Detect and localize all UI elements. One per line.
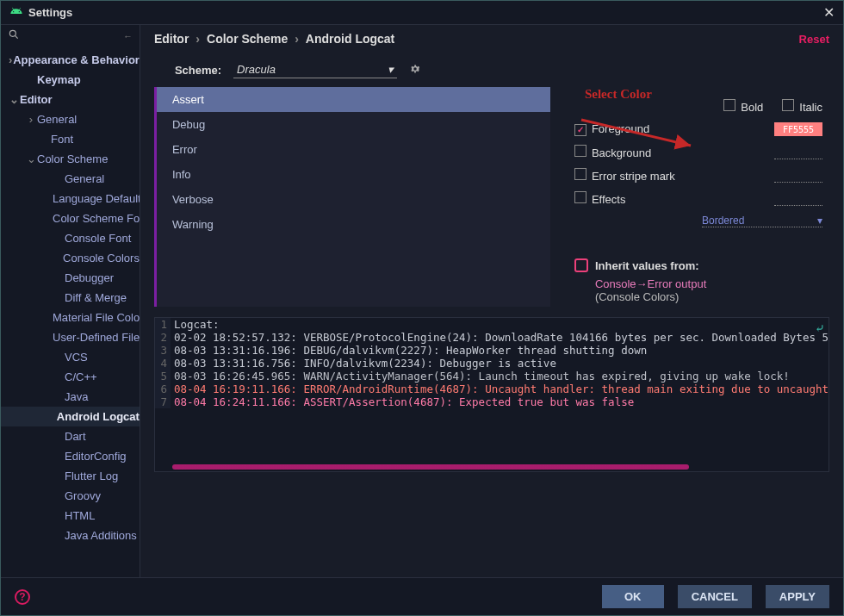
horizontal-scrollbar[interactable]: [172, 464, 689, 470]
annotation-label: Select Color: [585, 87, 652, 102]
sidebar-item-label: Console Font: [65, 232, 131, 245]
log-level-list[interactable]: AssertDebugErrorInfoVerboseWarning: [154, 87, 550, 307]
line-number: 1: [155, 318, 171, 331]
cancel-button[interactable]: CANCEL: [678, 585, 752, 608]
sidebar-item-label: Java: [65, 390, 88, 403]
chevron-down-icon: ⌄: [8, 93, 20, 106]
sidebar-item[interactable]: Groovy: [1, 486, 140, 506]
sidebar-item-label: Dart: [65, 430, 86, 443]
preview-text: 08-03 13:31:16.196: DEBUG/dalvikvm(2227)…: [171, 344, 647, 357]
footer: ? OK CANCEL APPLY: [1, 577, 843, 615]
sidebar-item[interactable]: Diff & Merge: [1, 288, 140, 308]
foreground-option[interactable]: Foreground: [574, 122, 649, 136]
help-button[interactable]: ?: [15, 589, 30, 605]
italic-option[interactable]: Italic: [782, 99, 822, 114]
search-icon: [8, 28, 20, 43]
foreground-checkbox[interactable]: [574, 124, 586, 136]
log-level-item[interactable]: Debug: [157, 112, 550, 137]
breadcrumb-a[interactable]: Editor: [154, 32, 189, 46]
preview-line: 608-04 16:19:11.166: ERROR/AndroidRuntim…: [155, 383, 828, 395]
effects-color-swatch[interactable]: [774, 192, 822, 206]
sidebar-item[interactable]: Material File Colors: [1, 308, 140, 327]
effects-kind-select[interactable]: Bordered ▾: [702, 215, 822, 227]
effects-checkbox[interactable]: [574, 191, 586, 203]
sidebar-item[interactable]: Java: [1, 387, 140, 407]
preview-line: 1Logcat:: [155, 318, 828, 331]
content-header: Editor › Color Scheme › Android Logcat R…: [140, 25, 843, 53]
sidebar-item[interactable]: Debugger: [1, 268, 140, 288]
soft-wrap-toggle[interactable]: ⤶: [815, 321, 825, 335]
background-color-swatch[interactable]: [774, 146, 822, 159]
sidebar-item[interactable]: Keymap: [1, 70, 140, 90]
sidebar-item[interactable]: Font: [1, 129, 140, 149]
sidebar-item[interactable]: General: [1, 169, 140, 189]
sidebar-item-label: Keymap: [37, 73, 81, 86]
apply-button[interactable]: APPLY: [766, 585, 829, 608]
sidebar-item-label: Diff & Merge: [65, 291, 127, 304]
sidebar-item[interactable]: Android Logcat: [1, 407, 140, 426]
preview-line: 708-04 16:24:11.166: ASSERT/Assertion(46…: [155, 395, 828, 408]
sidebar-item[interactable]: Language Defaults: [1, 189, 140, 208]
sidebar-item[interactable]: ⌄Editor: [1, 90, 140, 109]
chevron-down-icon: ⌄: [25, 152, 37, 165]
sidebar-item[interactable]: ›General: [1, 109, 140, 129]
effects-option[interactable]: Effects: [574, 191, 626, 206]
preview-text: 02-02 18:52:57.132: VERBOSE/ProtocolEngi…: [171, 331, 828, 344]
foreground-color-swatch[interactable]: FF5555: [774, 122, 822, 136]
color-preview: ⤶ 1Logcat:202-02 18:52:57.132: VERBOSE/P…: [154, 317, 829, 472]
preview-text: 08-03 13:31:16.756: INFO/dalvikvm(2234):…: [171, 357, 556, 370]
sidebar-item[interactable]: Java Additions: [1, 526, 140, 545]
sidebar-item[interactable]: HTML: [1, 506, 140, 526]
log-level-item[interactable]: Info: [157, 162, 550, 187]
content: Editor › Color Scheme › Android Logcat R…: [140, 25, 843, 577]
reset-button[interactable]: Reset: [799, 33, 829, 46]
line-number: 4: [155, 357, 171, 370]
preview-text: 08-03 16:26:45.965: WARN/ActivityManager…: [171, 370, 790, 383]
preview-text: 08-04 16:24:11.166: ASSERT/Assertion(468…: [171, 395, 634, 408]
sidebar-item[interactable]: ⌄Color Scheme: [1, 149, 140, 169]
close-button[interactable]: ✕: [823, 4, 835, 21]
log-level-item[interactable]: Warning: [157, 212, 550, 237]
sidebar-item[interactable]: VCS: [1, 347, 140, 367]
error-stripe-option[interactable]: Error stripe mark: [574, 168, 675, 183]
sidebar-item[interactable]: Console Font: [1, 228, 140, 248]
bold-checkbox[interactable]: [723, 99, 735, 111]
search-row[interactable]: ←: [1, 25, 140, 47]
scheme-row: Scheme: Dracula ▾: [140, 53, 843, 87]
sidebar-item[interactable]: Dart: [1, 426, 140, 446]
sidebar-item[interactable]: User-Defined File Types: [1, 327, 140, 347]
main: ← ›Appearance & BehaviorKeymap⌄Editor›Ge…: [1, 25, 843, 577]
sidebar-item[interactable]: Color Scheme Font: [1, 208, 140, 228]
window-title: Settings: [28, 6, 72, 19]
inherit-source-link[interactable]: Console→Error output: [595, 277, 822, 290]
inherit-source-name: (Console Colors): [595, 290, 822, 303]
breadcrumb-b[interactable]: Color Scheme: [207, 32, 288, 46]
ok-button[interactable]: OK: [602, 585, 664, 608]
inherit-label: Inherit values from:: [595, 259, 699, 272]
chevron-right-icon: ›: [295, 32, 299, 46]
log-level-item[interactable]: Verbose: [157, 187, 550, 212]
bold-option[interactable]: Bold: [723, 99, 763, 114]
log-level-item[interactable]: Assert: [157, 87, 550, 112]
gear-icon[interactable]: [409, 63, 421, 78]
svg-point-0: [9, 30, 16, 36]
sidebar-item-label: Color Scheme: [37, 152, 108, 165]
sidebar-item[interactable]: C/C++: [1, 367, 140, 387]
error-stripe-checkbox[interactable]: [574, 168, 586, 180]
search-back-icon[interactable]: ←: [123, 31, 133, 41]
sidebar-item[interactable]: ›Appearance & Behavior: [1, 50, 140, 70]
error-stripe-color-swatch[interactable]: [774, 169, 822, 183]
sidebar-item-label: General: [65, 172, 104, 185]
sidebar-item-label: Font: [51, 133, 73, 146]
scheme-select[interactable]: Dracula ▾: [233, 61, 397, 78]
preview-line: 308-03 13:31:16.196: DEBUG/dalvikvm(2227…: [155, 344, 828, 357]
sidebar-item[interactable]: EditorConfig: [1, 446, 140, 466]
sidebar-item[interactable]: Console Colors: [1, 248, 140, 268]
background-checkbox[interactable]: [574, 145, 586, 157]
sidebar-item[interactable]: Flutter Log: [1, 466, 140, 486]
italic-checkbox[interactable]: [782, 99, 794, 111]
settings-tree[interactable]: ›Appearance & BehaviorKeymap⌄Editor›Gene…: [1, 47, 140, 577]
background-option[interactable]: Background: [574, 145, 651, 159]
log-level-item[interactable]: Error: [157, 137, 550, 162]
inherit-checkbox[interactable]: [574, 258, 588, 272]
